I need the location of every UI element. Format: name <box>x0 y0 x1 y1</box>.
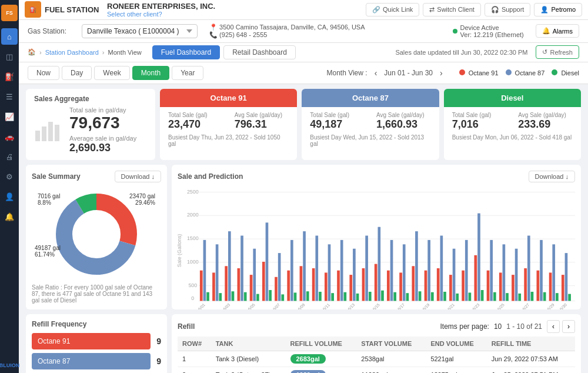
alarms-button[interactable]: 🔔 Alarms <box>536 24 579 38</box>
year-button[interactable]: Year <box>172 66 203 80</box>
octane91-stats: Total Sale (gal) 23,470 Avg Sale (gal/da… <box>168 112 289 131</box>
month-button[interactable]: Month <box>132 66 169 80</box>
cell-end-vol: 5221gal <box>426 351 486 367</box>
phone-icon: 📞 <box>209 31 218 38</box>
octane87-total: Total Sale (gal) 49,187 <box>310 112 365 131</box>
sidebar-item-notifications[interactable]: 🔔 <box>1 208 18 225</box>
avg-label: Average sale in gal/day <box>69 135 136 142</box>
bar-octane87 <box>328 244 331 301</box>
sidebar: FS ⌂ ◫ ⛽ ☰ 📈 🚗 🖨 ⚙ 👤 🔔 BLUION <box>0 0 19 373</box>
sidebar-item-analytics[interactable]: 📈 <box>1 108 18 125</box>
svg-rect-2 <box>48 122 53 141</box>
sidebar-item-print[interactable]: 🖨 <box>1 148 18 165</box>
octane87-body: Total Sale (gal) 49,187 Avg Sale (gal/da… <box>302 107 439 152</box>
month-view-label: Month View : <box>326 69 367 77</box>
prev-month-button[interactable]: ‹ <box>372 68 380 78</box>
switch-client-button[interactable]: ⇄ Switch Client <box>423 3 481 16</box>
col-refill-time: REFILL TIME <box>487 337 575 351</box>
bar-octane87 <box>240 235 243 301</box>
x-label: 6/03 <box>222 302 231 309</box>
cell-start-vol: 2538gal <box>356 351 426 367</box>
diesel-stats: Total Sale (gal) 7,016 Avg Sale (gal/day… <box>452 112 573 131</box>
bar-octane91 <box>562 275 564 301</box>
agg-icon-row: Total sale in gal/day 79,673 Average sal… <box>34 106 147 154</box>
select-client-link[interactable]: Select other client? <box>107 11 366 18</box>
diesel-busiest: Busiest Day Mon, Jun 06, 2022 - Sold 418… <box>452 134 573 141</box>
sidebar-item-vehicles[interactable]: 🚗 <box>1 128 18 145</box>
svg-text:Sale (Gallons): Sale (Gallons) <box>178 234 182 267</box>
bar-octane91 <box>225 266 228 301</box>
table-header-row: ROW# TANK REFILL VOLUME START VOLUME END… <box>178 337 575 351</box>
dashboard-tabs: Fuel Dashboard Retail Dashboard <box>152 45 296 59</box>
bar-octane91 <box>487 271 490 301</box>
sidebar-item-reports[interactable]: ☰ <box>1 88 18 105</box>
refresh-button[interactable]: ↺ Refresh <box>536 45 579 59</box>
pred-download-button[interactable]: Download ↓ <box>529 171 575 182</box>
svg-text:0: 0 <box>191 295 194 301</box>
device-status: Device Active Ver: 12.219 (Ethernet) <box>453 24 524 38</box>
items-per-page-value: 10 <box>494 322 502 331</box>
bar-diesel <box>219 293 222 301</box>
fuel-dashboard-tab[interactable]: Fuel Dashboard <box>152 45 220 59</box>
summary-title: Sale Summary <box>32 172 81 181</box>
bar-octane87 <box>490 240 493 301</box>
bar-octane87 <box>540 240 543 301</box>
user-icon: 👤 <box>540 6 549 14</box>
bar-octane91 <box>362 268 365 301</box>
home-icon[interactable]: 🏠 <box>28 48 36 56</box>
bar-diesel <box>493 292 496 301</box>
chart-area: 2500 2000 1500 1000 500 0 Sale (Gallons) <box>178 186 575 304</box>
quick-link-button[interactable]: 🔗 Quick Link <box>366 3 419 16</box>
x-label: 6/27 <box>522 302 530 309</box>
sidebar-item-home[interactable]: ⌂ <box>1 28 18 45</box>
retail-dashboard-tab[interactable]: Retail Dashboard <box>223 45 296 59</box>
bar-octane91 <box>549 272 552 301</box>
bar-octane87 <box>477 213 480 301</box>
support-icon: 🎧 <box>491 6 499 14</box>
bar-octane91 <box>412 266 415 301</box>
support-button[interactable]: 🎧 Support <box>485 3 531 16</box>
prev-page-button[interactable]: ‹ <box>547 320 560 333</box>
diesel-card: Diesel Total Sale (gal) 7,016 Avg Sale (… <box>444 89 581 160</box>
device-active-dot <box>453 29 457 34</box>
week-button[interactable]: Week <box>94 66 129 80</box>
x-label: 6/11 <box>322 302 331 309</box>
total-value: 79,673 <box>69 114 136 132</box>
bar-octane91 <box>300 266 303 301</box>
bluion-logo: BLUION <box>0 362 19 368</box>
octane91-header: Octane 91 <box>160 89 297 107</box>
breadcrumb-station-dashboard[interactable]: Station Dashboard <box>45 49 99 56</box>
next-page-button[interactable]: › <box>562 320 575 333</box>
address-text: 📍 3500 Camino Tassajara, Danville, CA, 9… <box>209 24 440 31</box>
table-pagination-controls: Items per page: 10 1 - 10 of 21 ‹ › <box>440 320 575 333</box>
cell-end-vol: 13075gal <box>426 367 486 373</box>
sidebar-item-dashboard[interactable]: ◫ <box>1 48 18 65</box>
diesel-body: Total Sale (gal) 7,016 Avg Sale (gal/day… <box>444 107 581 145</box>
svg-text:2500: 2500 <box>187 188 199 194</box>
sidebar-item-users[interactable]: 👤 <box>1 188 18 205</box>
day-button[interactable]: Day <box>62 66 92 80</box>
next-month-button[interactable]: › <box>437 68 445 78</box>
bar-diesel <box>232 291 235 301</box>
station-bar: Gas Station: Danville Texaco ( E1000004 … <box>19 20 588 43</box>
bar-diesel <box>469 292 472 301</box>
sidebar-logo: FS <box>1 5 18 21</box>
freq-item-o87: Octane 87 9 <box>32 353 161 369</box>
bar-octane87 <box>453 249 456 301</box>
sidebar-item-settings[interactable]: ⚙ <box>1 168 18 185</box>
donut-label-o87: 49187 gal 61.74% <box>35 245 61 258</box>
bar-diesel <box>431 292 434 301</box>
svg-rect-1 <box>42 126 46 141</box>
summary-download-button[interactable]: Download ↓ <box>115 171 161 182</box>
user-button[interactable]: 👤 Petromo <box>534 3 582 16</box>
legend-octane91: Octane 91 <box>459 69 499 76</box>
now-button[interactable]: Now <box>28 66 59 80</box>
bar-octane87 <box>390 240 393 301</box>
sidebar-item-fuel[interactable]: ⛽ <box>1 68 18 85</box>
cell-row-num: 1 <box>178 351 211 367</box>
bar-octane87 <box>315 235 318 301</box>
bar-octane91 <box>200 271 203 301</box>
header-actions: 🔗 Quick Link ⇄ Switch Client 🎧 Support 👤… <box>366 3 582 16</box>
x-label: 6/30 <box>559 302 568 309</box>
station-select[interactable]: Danville Texaco ( E1000004 ) <box>82 24 198 38</box>
